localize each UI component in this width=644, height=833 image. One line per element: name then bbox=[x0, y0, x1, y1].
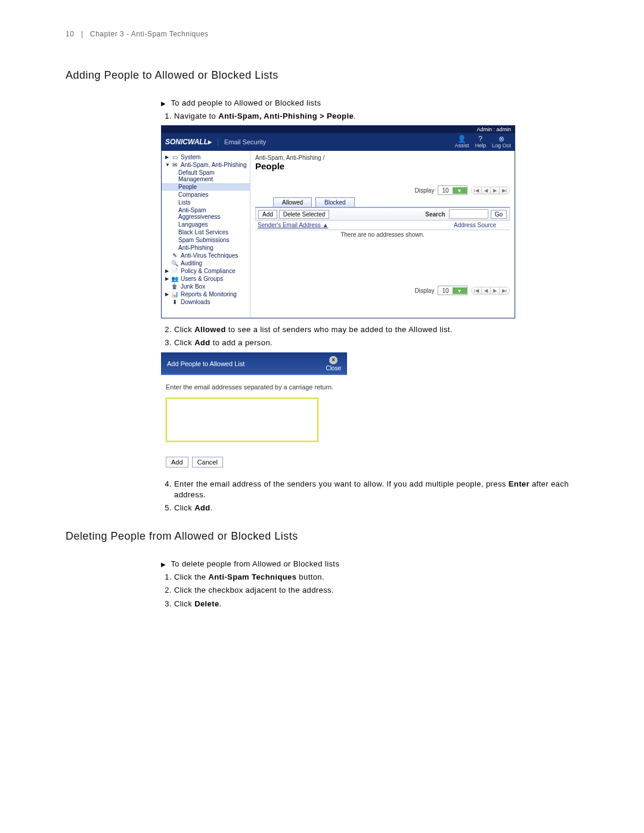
task-add: To add people to Allowed or Blocked list… bbox=[161, 98, 578, 107]
dialog-cancel-button[interactable]: Cancel bbox=[192, 457, 223, 467]
users-icon: 👥 bbox=[171, 275, 178, 282]
person-icon: 👤 bbox=[457, 135, 466, 143]
step-1: Navigate to Anti-Spam, Anti-Phishing > P… bbox=[174, 111, 578, 122]
pager-first[interactable]: I◀ bbox=[472, 187, 481, 194]
nav-downloads[interactable]: ⬇Downloads bbox=[162, 298, 250, 306]
brand-bar: SONICWALL▸ Email Security 👤Assist ?Help … bbox=[162, 133, 515, 151]
del-step-3: Click Delete. bbox=[174, 599, 578, 609]
paper-icon: 📄 bbox=[171, 268, 178, 274]
pager-next[interactable]: ▶ bbox=[490, 187, 499, 194]
pager-next[interactable]: ▶ bbox=[490, 287, 499, 294]
nav-blacklist[interactable]: Black List Services bbox=[162, 228, 250, 236]
nav-system[interactable]: ▶▭System bbox=[162, 153, 250, 161]
nav-junkbox[interactable]: 🗑Junk Box bbox=[162, 283, 250, 290]
trash-icon: 🗑 bbox=[171, 283, 178, 290]
nav-languages[interactable]: Languages bbox=[162, 221, 250, 228]
nav-users[interactable]: ▶👥Users & Groups bbox=[162, 275, 250, 283]
nav-antispam[interactable]: ▼✉Anti-Spam, Anti-Phishing bbox=[162, 161, 250, 169]
help-icon: ? bbox=[478, 135, 482, 143]
nav-people[interactable]: People bbox=[162, 183, 250, 191]
header-logout[interactable]: ⊗Log Out bbox=[492, 135, 511, 148]
nav-antivirus[interactable]: ✎Anti-Virus Techniques bbox=[162, 252, 250, 259]
display-select-bottom[interactable]: 10▾ bbox=[438, 286, 467, 295]
nav-lists[interactable]: Lists bbox=[162, 199, 250, 206]
mail-shield-icon: ✉ bbox=[171, 162, 178, 168]
nav-aggressiveness[interactable]: Anti-Spam Aggressiveness bbox=[162, 206, 250, 221]
product-name: Email Security bbox=[218, 138, 266, 145]
magnifier-icon: 🔍 bbox=[171, 260, 178, 267]
pager-last[interactable]: ▶I bbox=[499, 287, 509, 294]
task-delete: To delete people from Allowed or Blocked… bbox=[161, 559, 578, 568]
empty-message: There are no addresses shown. bbox=[255, 230, 510, 286]
app-screenshot: Admin : admin SONICWALL▸ Email Security … bbox=[161, 125, 515, 318]
pencil-icon: ✎ bbox=[171, 252, 178, 259]
email-textarea[interactable] bbox=[166, 398, 318, 442]
monitor-icon: ▭ bbox=[171, 154, 178, 160]
dialog-add-people: Add People to Allowed List × Close Enter… bbox=[161, 352, 347, 470]
user-bar: Admin : admin bbox=[162, 126, 515, 133]
nav-auditing[interactable]: 🔍Auditing bbox=[162, 259, 250, 267]
tab-blocked[interactable]: Blocked bbox=[315, 197, 355, 207]
dialog-add-button[interactable]: Add bbox=[166, 457, 188, 467]
dialog-title: Add People to Allowed List bbox=[167, 360, 244, 367]
search-input[interactable] bbox=[449, 209, 488, 219]
col-address-source[interactable]: Address Source bbox=[454, 222, 507, 228]
section-heading-deleting: Deleting People from Allowed or Blocked … bbox=[66, 530, 578, 543]
display-select[interactable]: 10▾ bbox=[438, 185, 467, 195]
header-help[interactable]: ?Help bbox=[475, 135, 486, 148]
nav-reports[interactable]: ▶📊Reports & Monitoring bbox=[162, 290, 250, 298]
go-button[interactable]: Go bbox=[491, 210, 507, 219]
pager-last[interactable]: ▶I bbox=[499, 187, 509, 194]
running-header: 10 | Chapter 3 - Anti-Spam Techniques bbox=[66, 30, 578, 38]
delete-selected-button[interactable]: Delete Selected bbox=[279, 210, 330, 219]
del-step-1: Click the Anti-Spam Techniques button. bbox=[174, 572, 578, 583]
step-4: Enter the email address of the senders y… bbox=[174, 479, 578, 500]
dropdown-icon: ▾ bbox=[453, 187, 467, 194]
close-icon: × bbox=[329, 356, 338, 364]
step-2: Click Allowed to see a list of senders w… bbox=[174, 324, 578, 335]
pager-top: I◀ ◀ ▶ ▶I bbox=[471, 187, 510, 194]
tab-allowed[interactable]: Allowed bbox=[273, 197, 312, 207]
chart-icon: 📊 bbox=[171, 291, 178, 298]
dropdown-icon: ▾ bbox=[453, 287, 467, 294]
nav-spam-submissions[interactable]: Spam Submissions bbox=[162, 236, 250, 244]
page-number: 10 bbox=[66, 30, 74, 38]
breadcrumb: Anti-Spam, Anti-Phishing / bbox=[255, 154, 510, 161]
pager-prev[interactable]: ◀ bbox=[481, 287, 490, 294]
step-5: Click Add. bbox=[174, 503, 578, 513]
nav-antiphishing[interactable]: Anti-Phishing bbox=[162, 244, 250, 252]
search-label: Search bbox=[425, 211, 445, 218]
col-sender-email[interactable]: Sender's Email Address ▲ bbox=[258, 222, 454, 228]
nav-policy[interactable]: ▶📄Policy & Compliance bbox=[162, 267, 250, 275]
step-3: Click Add to add a person. bbox=[174, 337, 578, 348]
display-label: Display bbox=[415, 187, 435, 194]
pager-first[interactable]: I◀ bbox=[472, 287, 481, 294]
chapter-title: Chapter 3 - Anti-Spam Techniques bbox=[90, 30, 209, 38]
logout-icon: ⊗ bbox=[499, 135, 504, 143]
del-step-2: Click the checkbox adjacent to the addre… bbox=[174, 585, 578, 596]
pager-prev[interactable]: ◀ bbox=[481, 187, 490, 194]
logo: SONICWALL▸ bbox=[165, 138, 212, 146]
pager-bottom: I◀ ◀ ▶ ▶I bbox=[471, 287, 510, 295]
header-assist[interactable]: 👤Assist bbox=[454, 135, 469, 148]
page-title: People bbox=[255, 161, 510, 171]
dialog-close[interactable]: × Close bbox=[326, 356, 341, 371]
dialog-instruction: Enter the email addresses separated by a… bbox=[166, 383, 342, 391]
nav-companies[interactable]: Companies bbox=[162, 191, 250, 199]
nav-sidebar: ▶▭System ▼✉Anti-Spam, Anti-Phishing Defa… bbox=[162, 151, 250, 318]
download-icon: ⬇ bbox=[171, 299, 178, 305]
add-button[interactable]: Add bbox=[258, 210, 277, 219]
nav-default-spam[interactable]: Default Spam Management bbox=[162, 169, 250, 183]
section-heading-adding: Adding People to Allowed or Blocked List… bbox=[66, 69, 578, 82]
